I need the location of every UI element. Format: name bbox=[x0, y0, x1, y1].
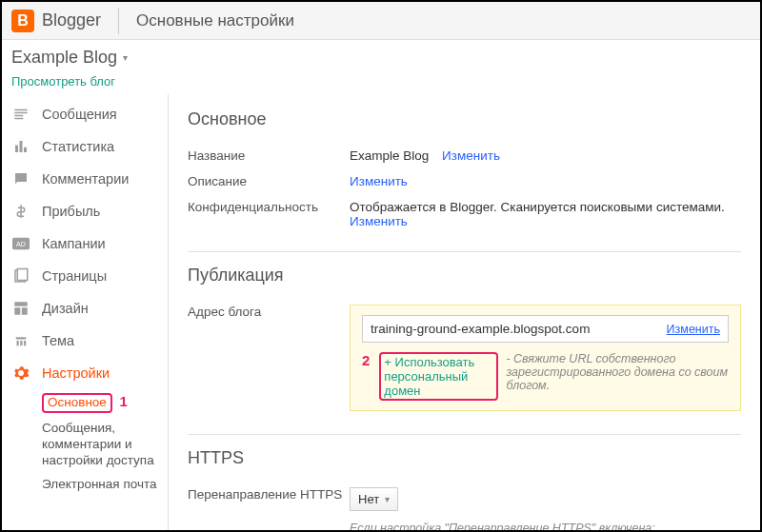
row-https-redirect: Перенаправление HTTPS Нет ▾ Если настрой… bbox=[188, 482, 741, 532]
view-blog-row: Просмотреть блог bbox=[2, 71, 760, 94]
sidebar-item-label: Дизайн bbox=[42, 301, 89, 316]
dollar-icon bbox=[11, 202, 30, 221]
label-https-redirect: Перенаправление HTTPS bbox=[188, 487, 350, 532]
chevron-down-icon: ▾ bbox=[385, 494, 390, 504]
blog-address-value: training-ground-example.blogspot.com bbox=[371, 322, 590, 336]
edit-address-link[interactable]: Изменить bbox=[667, 323, 720, 336]
label-privacy: Конфиденциальность bbox=[188, 200, 350, 228]
app-header: B Blogger Основные настройки bbox=[2, 2, 760, 40]
custom-domain-link[interactable]: + Использовать персональный домен bbox=[384, 355, 493, 398]
https-redirect-select[interactable]: Нет ▾ bbox=[350, 487, 398, 511]
subnav-item-basic[interactable]: Основное 1 bbox=[42, 389, 160, 417]
sidebar-item-earnings[interactable]: Прибыль bbox=[2, 195, 168, 227]
section-heading-https: HTTPS bbox=[188, 448, 741, 468]
sidebar-item-label: Статистика bbox=[42, 139, 114, 154]
edit-privacy-link[interactable]: Изменить bbox=[350, 214, 408, 228]
custom-domain-description: - Свяжите URL собственного зарегистриров… bbox=[506, 352, 729, 392]
stats-icon bbox=[11, 137, 30, 156]
sidebar: Сообщения Статистика Комментарии Прибыль… bbox=[2, 94, 169, 532]
page-title: Основные настройки bbox=[136, 11, 294, 30]
value-privacy: Отображается в Blogger. Сканируется поис… bbox=[350, 200, 725, 214]
edit-title-link[interactable]: Изменить bbox=[442, 148, 500, 163]
sidebar-item-label: Тема bbox=[42, 333, 74, 348]
blogger-logo-icon: B bbox=[11, 10, 34, 32]
sidebar-item-label: Кампании bbox=[42, 236, 106, 251]
main-content: Основное Название Example Blog Изменить … bbox=[169, 94, 760, 532]
annotation-number-1: 1 bbox=[119, 393, 127, 409]
section-divider bbox=[188, 251, 741, 252]
sidebar-item-layout[interactable]: Дизайн bbox=[2, 292, 168, 325]
gear-icon bbox=[11, 364, 30, 383]
section-heading-publish: Публикация bbox=[188, 266, 741, 286]
section-divider bbox=[188, 434, 741, 435]
label-title: Название bbox=[188, 148, 350, 163]
subnav-item-email[interactable]: Электронная почта bbox=[42, 473, 160, 497]
sidebar-item-pages[interactable]: Страницы bbox=[2, 260, 168, 292]
row-privacy: Конфиденциальность Отображается в Blogge… bbox=[188, 194, 741, 234]
https-note: Если настройка "Перенаправление HTTPS" в… bbox=[350, 521, 741, 532]
svg-text:AD: AD bbox=[16, 240, 26, 248]
chevron-down-icon: ▾ bbox=[123, 52, 128, 63]
posts-icon bbox=[11, 105, 30, 124]
sidebar-item-label: Страницы bbox=[42, 268, 107, 284]
sidebar-item-label: Комментарии bbox=[42, 171, 129, 187]
label-description: Описание bbox=[188, 174, 350, 188]
campaigns-icon: AD bbox=[11, 234, 30, 253]
settings-subnav: Основное 1 Сообщения, комментарии и наст… bbox=[2, 389, 168, 496]
view-blog-link[interactable]: Просмотреть блог bbox=[11, 74, 115, 89]
https-redirect-value: Нет bbox=[358, 492, 379, 506]
sidebar-item-theme[interactable]: Тема bbox=[2, 325, 168, 357]
svg-rect-3 bbox=[17, 269, 28, 281]
layout-icon bbox=[11, 299, 30, 318]
blog-selector[interactable]: Example Blog ▾ bbox=[2, 40, 760, 71]
sidebar-item-label: Прибыль bbox=[42, 204, 100, 219]
section-heading-basic: Основное bbox=[188, 109, 741, 129]
brand-name: Blogger bbox=[42, 10, 101, 30]
blog-selector-label: Example Blog bbox=[11, 48, 117, 68]
row-blog-address: Адрес блога training-ground-example.blog… bbox=[188, 299, 741, 417]
annotation-box-1: Основное bbox=[42, 393, 112, 413]
comments-icon bbox=[11, 169, 30, 188]
row-description: Описание Изменить bbox=[188, 168, 741, 194]
value-title: Example Blog bbox=[350, 148, 429, 163]
pages-icon bbox=[11, 266, 30, 286]
sidebar-item-posts[interactable]: Сообщения bbox=[2, 98, 168, 130]
subnav-item-posts-comments[interactable]: Сообщения, комментарии и настройки досту… bbox=[42, 417, 160, 473]
sidebar-item-campaigns[interactable]: AD Кампании bbox=[2, 227, 168, 260]
sidebar-item-label: Настройки bbox=[42, 365, 110, 381]
annotation-number-2: 2 bbox=[362, 352, 370, 368]
sidebar-item-label: Сообщения bbox=[42, 107, 117, 122]
sidebar-item-stats[interactable]: Статистика bbox=[2, 130, 168, 163]
edit-description-link[interactable]: Изменить bbox=[350, 174, 408, 188]
annotation-box-2: + Использовать персональный домен bbox=[379, 352, 498, 401]
theme-icon bbox=[11, 331, 30, 350]
blog-address-box: training-ground-example.blogspot.com Изм… bbox=[350, 305, 741, 411]
header-divider bbox=[118, 8, 119, 34]
label-blog-address: Адрес блога bbox=[188, 305, 350, 411]
row-title: Название Example Blog Изменить bbox=[188, 143, 741, 168]
sidebar-item-settings[interactable]: Настройки bbox=[2, 357, 168, 389]
blog-address-input[interactable]: training-ground-example.blogspot.com Изм… bbox=[362, 315, 729, 343]
sidebar-item-comments[interactable]: Комментарии bbox=[2, 163, 168, 195]
